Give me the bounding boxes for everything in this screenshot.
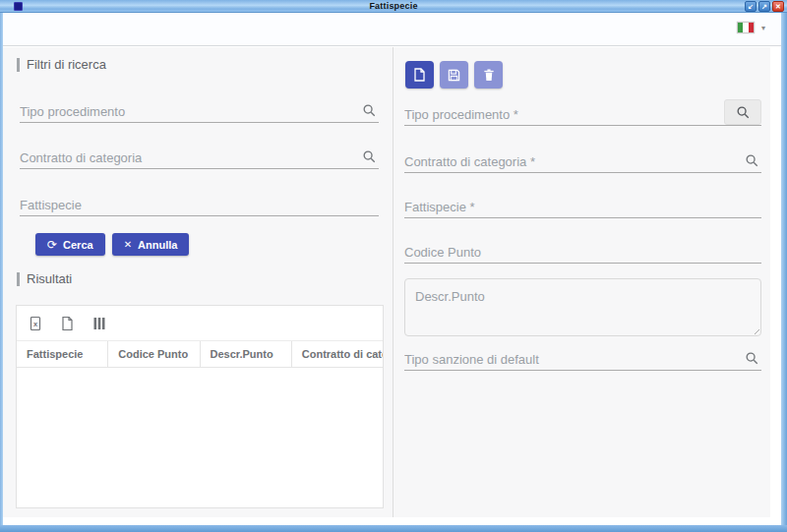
filters-section-title: Filtri di ricerca <box>27 57 106 72</box>
save-record-button[interactable] <box>440 61 468 89</box>
results-table-toolbar: x <box>17 306 383 341</box>
detail-fattispecie-field <box>404 189 761 218</box>
resize-grip-icon[interactable] <box>751 325 759 334</box>
minimize-button[interactable]: ↙ <box>745 1 757 12</box>
detail-contratto-field <box>404 144 761 173</box>
detail-tipo-sanzione-input[interactable] <box>404 352 744 367</box>
detail-descr-punto-field <box>404 278 761 336</box>
cerca-button-label: Cerca <box>63 239 93 251</box>
filters-section-header: Filtri di ricerca <box>17 57 106 72</box>
filter-fattispecie-field <box>20 187 379 216</box>
results-section-header: Risultati <box>17 271 72 286</box>
trash-icon <box>483 69 495 82</box>
new-record-button[interactable] <box>405 61 434 89</box>
detail-tipo-sanzione-field <box>404 341 761 371</box>
close-icon: ✕ <box>124 239 132 250</box>
lookup-button[interactable] <box>724 99 761 125</box>
section-bar-icon <box>17 58 20 72</box>
results-table-body <box>17 368 383 507</box>
window-controls: ↙ ↗ ✕ <box>745 1 784 12</box>
main-area: Filtri di ricerca <box>3 47 770 517</box>
search-icon[interactable] <box>362 149 377 164</box>
results-section-title: Risultati <box>27 271 72 286</box>
refresh-icon: ⟳ <box>47 238 57 252</box>
save-icon <box>448 69 460 82</box>
chevron-down-icon: ▾ <box>761 24 765 32</box>
fattispecie-window: Fattispecie ↙ ↗ ✕ ▾ <box>0 0 787 532</box>
filter-contratto-input[interactable] <box>20 150 361 165</box>
window-content: ▾ Filtri di ricerca <box>3 13 781 525</box>
app-header: ▾ <box>3 13 781 46</box>
detail-fattispecie-input[interactable] <box>404 200 744 214</box>
delete-record-button[interactable] <box>474 61 503 89</box>
pdf-export-icon[interactable] <box>60 316 76 331</box>
detail-contratto-input[interactable] <box>404 154 744 169</box>
maximize-button[interactable]: ↗ <box>758 1 770 12</box>
detail-toolbar <box>405 61 503 89</box>
filter-actions: ⟳ Cerca ✕ Annulla <box>35 233 189 256</box>
annulla-button[interactable]: ✕ Annulla <box>112 233 190 256</box>
detail-codice-punto-input[interactable] <box>404 245 744 260</box>
search-icon[interactable] <box>745 153 759 168</box>
results-table-header: Fattispecie Codice Punto Descr.Punto Con… <box>17 341 383 368</box>
titlebar: Fattispecie ↙ ↗ ✕ <box>0 0 787 13</box>
new-document-icon <box>413 68 426 82</box>
close-button[interactable]: ✕ <box>772 1 784 12</box>
search-icon <box>736 105 751 120</box>
column-header-descr-punto[interactable]: Descr.Punto <box>201 341 292 367</box>
results-table: x Fattispecie <box>16 305 384 508</box>
search-panel: Filtri di ricerca <box>3 47 394 517</box>
window-title: Fattispecie <box>0 1 787 11</box>
column-header-contratto[interactable]: Contratto di cate... <box>292 341 383 367</box>
column-header-codice-punto[interactable]: Codice Punto <box>108 341 200 367</box>
filter-fattispecie-input[interactable] <box>20 198 361 212</box>
detail-tipo-procedimento-field <box>404 96 761 126</box>
excel-export-icon[interactable]: x <box>29 316 44 331</box>
filter-tipo-procedimento-input[interactable] <box>20 104 361 119</box>
filter-contratto-field <box>20 140 379 169</box>
annulla-button-label: Annulla <box>138 239 177 251</box>
detail-descr-punto-textarea[interactable] <box>405 279 760 335</box>
window-frame-bottom <box>0 525 787 532</box>
search-icon[interactable] <box>362 103 377 118</box>
detail-panel <box>394 47 770 517</box>
detail-tipo-procedimento-input[interactable] <box>404 107 744 122</box>
column-header-fattispecie[interactable]: Fattispecie <box>17 341 108 367</box>
filter-tipo-procedimento-field <box>20 93 379 123</box>
columns-icon[interactable] <box>91 316 107 331</box>
detail-codice-punto-field <box>404 234 761 264</box>
window-frame-right <box>781 13 787 532</box>
search-icon[interactable] <box>745 351 759 366</box>
flag-red-band <box>749 23 754 32</box>
section-bar-icon <box>17 272 20 286</box>
svg-text:x: x <box>33 320 38 328</box>
cerca-button[interactable]: ⟳ Cerca <box>35 233 105 256</box>
italian-flag-icon <box>737 22 755 33</box>
language-selector[interactable]: ▾ <box>737 22 765 33</box>
